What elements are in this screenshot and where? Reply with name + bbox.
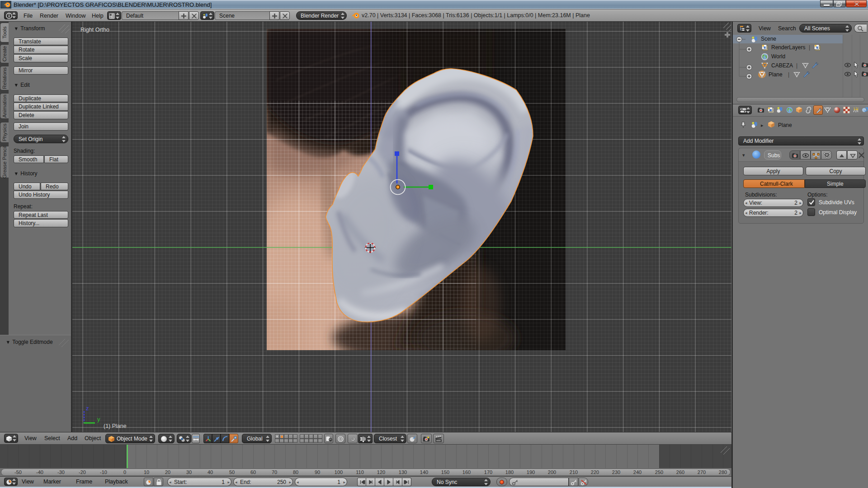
svg-text:Right Ortho: Right Ortho: [80, 27, 109, 33]
svg-text:z: z: [86, 405, 89, 412]
svg-text:(1) Plane: (1) Plane: [104, 423, 127, 429]
svg-text:y: y: [97, 416, 100, 422]
